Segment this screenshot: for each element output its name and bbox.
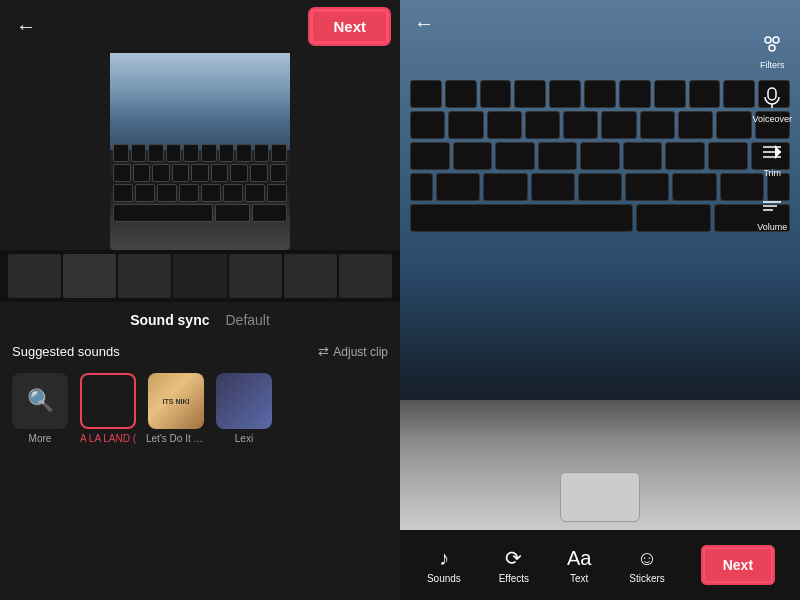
stickers-label: Stickers [629,573,665,584]
sound-item-lexi[interactable]: Lexi [214,373,274,444]
right-tools: Filters Voiceover Trim [752,30,792,232]
bottom-tool-text[interactable]: Aa Text [567,547,591,584]
bottom-tool-effects[interactable]: ⟳ Effects [499,546,529,584]
back-button-left[interactable]: ← [12,11,40,42]
stickers-icon: ☺ [637,547,657,570]
next-button-left[interactable]: Next [311,10,388,43]
voiceover-icon [758,84,786,112]
film-frame [339,254,392,298]
filters-label: Filters [760,60,785,70]
tool-filters[interactable]: Filters [758,30,786,70]
sound-item-alaland[interactable]: A LA LAND ( [78,373,138,444]
film-frame [118,254,171,298]
film-frame [173,254,226,298]
volume-icon [758,192,786,220]
film-frame [284,254,337,298]
right-bottom-bar: ♪ Sounds ⟳ Effects Aa Text ☺ Stickers Ne… [400,530,800,600]
sound-thumb-alaland[interactable] [80,373,136,429]
volume-label: Volume [757,222,787,232]
trim-label: Trim [763,168,781,178]
right-header: ← [400,0,800,47]
suggested-sounds-label: Suggested sounds [12,344,120,359]
back-button-right[interactable]: ← [410,8,438,39]
tool-volume[interactable]: Volume [757,192,787,232]
right-panel: ← Filters Voiceover [400,0,800,600]
sounds-icon: ♪ [439,547,449,570]
sound-item-letsdoit[interactable]: ITS NIKI Let's Do It Ag... [146,373,206,444]
sound-sync-row: Sound sync Default [0,302,400,338]
sound-letsdoit-label: Let's Do It Ag... [146,433,206,444]
adjust-clip-button[interactable]: ⇄ Adjust clip [318,344,388,359]
bottom-tool-stickers[interactable]: ☺ Stickers [629,547,665,584]
video-thumbnail [110,50,290,250]
tool-voiceover[interactable]: Voiceover [752,84,792,124]
filmstrip [0,250,400,302]
effects-icon: ⟳ [505,546,522,570]
sounds-label: Sounds [427,573,461,584]
tool-trim[interactable]: Trim [758,138,786,178]
sound-thumb-letsdoit[interactable]: ITS NIKI [148,373,204,429]
sound-sync-label: Sound sync [130,312,209,328]
keyboard-area [400,80,800,360]
svg-point-1 [773,37,779,43]
left-header: ← Next [0,0,400,53]
laptop-touchpad [560,472,640,522]
suggested-sounds-row: Suggested sounds ⇄ Adjust clip [0,338,400,365]
text-icon: Aa [567,547,591,570]
adjust-clip-label: Adjust clip [333,345,388,359]
sound-more-button[interactable]: 🔍 [12,373,68,429]
left-panel: ← Next [0,0,400,600]
effects-label: Effects [499,573,529,584]
text-label: Text [570,573,588,584]
film-frame [8,254,61,298]
film-frame [63,254,116,298]
sound-more-label: More [29,433,52,444]
filters-icon [758,30,786,58]
svg-point-2 [769,45,775,51]
next-button-right[interactable]: Next [703,547,773,583]
sound-lexi-label: Lexi [235,433,253,444]
sound-sync-default: Default [226,312,270,328]
film-frame [229,254,282,298]
voiceover-label: Voiceover [752,114,792,124]
svg-point-0 [765,37,771,43]
sound-thumb-lexi[interactable] [216,373,272,429]
adjust-icon: ⇄ [318,344,329,359]
trim-icon [758,138,786,166]
svg-rect-3 [768,88,776,100]
search-icon: 🔍 [27,388,54,414]
bottom-tool-sounds[interactable]: ♪ Sounds [427,547,461,584]
sound-item-more[interactable]: 🔍 More [10,373,70,444]
sound-alaland-label: A LA LAND ( [80,433,136,444]
video-preview-area [0,42,400,250]
sounds-row: 🔍 More A LA LAND ( ITS NIKI Let's Do It … [0,365,400,452]
